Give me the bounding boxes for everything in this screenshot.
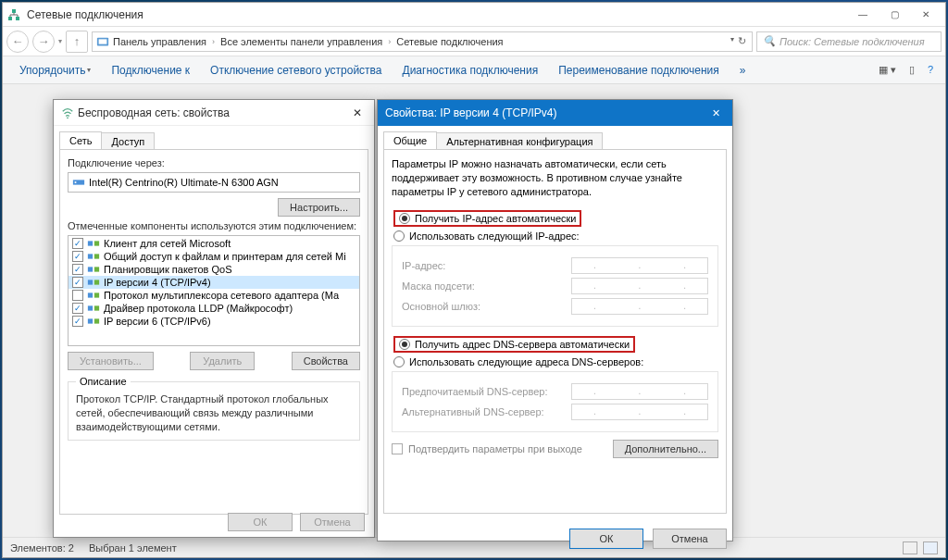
refresh-icon[interactable]: ↻ [738, 35, 746, 47]
component-row[interactable]: ✓Общий доступ к файлам и принтерам для с… [69, 250, 359, 263]
dialog-titlebar: Беспроводная сеть: свойства ✕ [54, 100, 374, 126]
checkbox-icon[interactable]: ✓ [72, 303, 83, 314]
alt-dns-label: Альтернативный DNS-сервер: [402, 406, 544, 417]
component-label: IP версии 4 (TCP/IPv4) [104, 277, 211, 288]
svg-rect-10 [88, 254, 93, 258]
install-button[interactable]: Установить... [68, 352, 154, 370]
component-row[interactable]: ✓IP версии 4 (TCP/IPv4) [69, 276, 359, 289]
svg-rect-11 [94, 254, 99, 258]
svg-rect-20 [88, 318, 93, 323]
subnet-label: Маска подсети: [402, 280, 475, 292]
rename-button[interactable]: Переименование подключения [549, 60, 729, 81]
cpl-icon [96, 35, 109, 48]
protocol-icon [87, 303, 100, 314]
connect-button[interactable]: Подключение к [102, 60, 199, 81]
svg-rect-14 [88, 280, 93, 284]
radio-icon [393, 356, 405, 367]
svg-rect-15 [94, 280, 99, 284]
preview-pane-button[interactable]: ▯ [904, 61, 919, 79]
maximize-button[interactable]: ▢ [879, 5, 910, 25]
protocol-icon [87, 251, 100, 262]
ipv4-intro: Параметры IP можно назначать автоматичес… [392, 157, 718, 199]
uninstall-button[interactable]: Удалить [190, 352, 255, 370]
up-button[interactable]: ↑ [66, 31, 88, 53]
addr-dropdown-icon[interactable]: ▾ [730, 35, 734, 47]
svg-rect-21 [94, 318, 99, 323]
disable-button[interactable]: Отключение сетевого устройства [201, 60, 391, 81]
radio-dns-auto[interactable]: Получить адрес DNS-сервера автоматически [392, 334, 718, 355]
radio-ip-auto[interactable]: Получить IP-адрес автоматически [392, 208, 718, 229]
address-bar[interactable]: Панель управления › Все элементы панели … [92, 31, 753, 52]
svg-point-5 [67, 117, 69, 118]
view-large-icon[interactable] [923, 541, 938, 554]
ok-button[interactable]: ОК [228, 513, 293, 531]
network-icon [6, 7, 21, 22]
tab-panel-general: Параметры IP можно назначать автоматичес… [383, 149, 727, 514]
ip-address-label: IP-адрес: [402, 260, 445, 271]
adapter-icon [72, 176, 85, 189]
alt-dns-input: ... [571, 404, 708, 420]
navbar: ← → ▾ ↑ Панель управления › Все элементы… [3, 27, 945, 56]
view-icons-button[interactable]: ▦ ▾ [874, 61, 901, 79]
component-row[interactable]: Протокол мультиплексора сетевого адаптер… [69, 289, 359, 302]
components-list[interactable]: ✓Клиент для сетей Microsoft✓Общий доступ… [68, 235, 360, 346]
network-properties-dialog: Беспроводная сеть: свойства ✕ Сеть Досту… [53, 99, 375, 538]
adapter-field: Intel(R) Centrino(R) Ultimate-N 6300 AGN [68, 172, 360, 193]
close-icon[interactable]: ✕ [706, 107, 725, 119]
forward-button[interactable]: → [32, 31, 55, 53]
tab-alternate[interactable]: Альтернативная конфигурация [436, 132, 603, 150]
component-label: Протокол мультиплексора сетевого адаптер… [104, 290, 339, 301]
diagnose-button[interactable]: Диагностика подключения [393, 60, 548, 81]
component-row[interactable]: ✓Планировщик пакетов QoS [69, 263, 359, 276]
cancel-button[interactable]: Отмена [653, 529, 727, 549]
component-row[interactable]: ✓IP версии 6 (TCP/IPv6) [69, 315, 359, 328]
svg-rect-19 [94, 305, 99, 310]
radio-ip-manual[interactable]: Использовать следующий IP-адрес: [392, 229, 718, 243]
chevron-right-icon: › [212, 37, 215, 46]
confirm-on-exit-checkbox[interactable]: Подтвердить параметры при выходе [392, 443, 582, 454]
tab-panel-network: Подключение через: Intel(R) Centrino(R) … [59, 149, 368, 515]
dialog-title: Свойства: IP версии 4 (TCP/IPv4) [385, 106, 557, 119]
ok-button[interactable]: ОК [569, 529, 643, 549]
checkbox-icon[interactable]: ✓ [72, 277, 83, 288]
checkbox-icon[interactable] [72, 290, 83, 301]
component-label: Общий доступ к файлам и принтерам для се… [104, 251, 346, 262]
view-details-icon[interactable] [903, 541, 917, 554]
protocol-icon [87, 316, 100, 327]
radio-dns-manual[interactable]: Использовать следующие адреса DNS-сервер… [392, 355, 718, 369]
configure-button[interactable]: Настроить... [278, 198, 360, 217]
organize-menu[interactable]: Упорядочить ▾ [10, 60, 100, 81]
checkbox-icon[interactable]: ✓ [72, 238, 83, 249]
tab-access[interactable]: Доступ [101, 132, 155, 150]
window-title: Сетевые подключения [27, 8, 143, 21]
close-icon[interactable]: ✕ [348, 106, 367, 119]
subnet-input: ... [571, 278, 708, 294]
component-label: Клиент для сетей Microsoft [104, 238, 231, 249]
dialog-tabs: Общие Альтернативная конфигурация [378, 126, 732, 149]
svg-rect-18 [88, 305, 93, 310]
component-row[interactable]: ✓Драйвер протокола LLDP (Майкрософт) [69, 302, 359, 315]
tab-general[interactable]: Общие [383, 131, 437, 149]
properties-button[interactable]: Свойства [292, 352, 360, 370]
svg-rect-8 [88, 241, 93, 245]
close-button[interactable]: ✕ [910, 5, 942, 25]
back-button[interactable]: ← [6, 31, 29, 53]
checkbox-icon[interactable]: ✓ [72, 251, 83, 262]
checkbox-icon[interactable]: ✓ [72, 264, 83, 275]
advanced-button[interactable]: Дополнительно... [613, 440, 718, 458]
search-input[interactable]: 🔍Поиск: Сетевые подключения [756, 31, 942, 52]
breadcrumb-leaf[interactable]: Сетевые подключения [396, 36, 503, 47]
breadcrumb-mid[interactable]: Все элементы панели управления [220, 36, 382, 47]
tab-network[interactable]: Сеть [59, 131, 102, 149]
gateway-input: ... [571, 298, 708, 315]
minimize-button[interactable]: — [847, 5, 879, 25]
breadcrumb-root[interactable]: Панель управления [113, 36, 206, 47]
component-row[interactable]: ✓Клиент для сетей Microsoft [69, 237, 359, 250]
cancel-button[interactable]: Отмена [300, 513, 365, 531]
toolbar-overflow[interactable]: » [730, 60, 755, 81]
search-placeholder: Поиск: Сетевые подключения [780, 36, 925, 47]
checkbox-icon[interactable]: ✓ [72, 316, 83, 327]
recent-dropdown[interactable]: ▾ [58, 37, 62, 45]
protocol-icon [87, 264, 100, 275]
help-button[interactable]: ? [923, 61, 938, 79]
